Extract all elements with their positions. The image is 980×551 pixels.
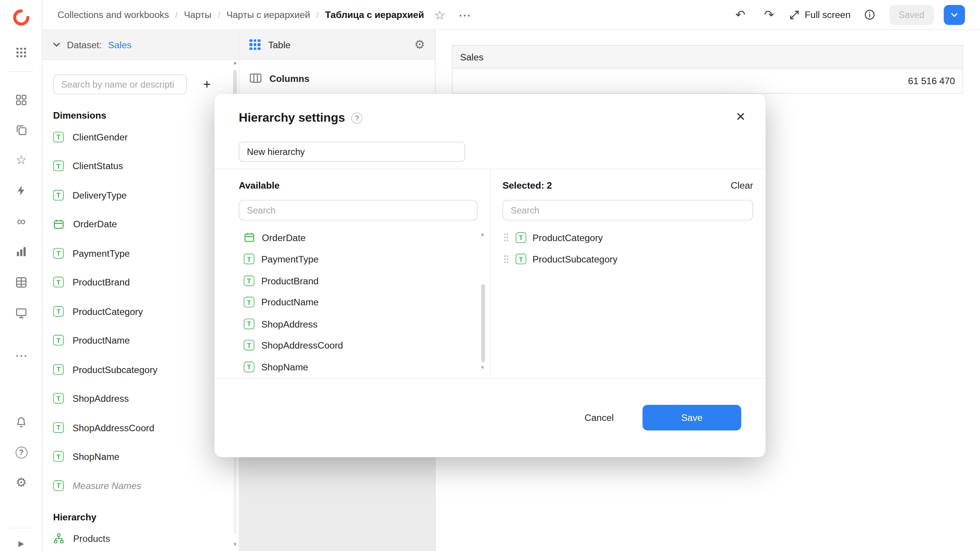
bell-glyph bbox=[15, 416, 28, 429]
field-item[interactable]: ShopAddress bbox=[42, 384, 239, 413]
undo-icon[interactable]: ↶ bbox=[731, 5, 750, 24]
field-label: ProductName bbox=[261, 297, 318, 308]
full-screen-button[interactable]: Full screen bbox=[789, 9, 851, 20]
breadcrumb-charts[interactable]: Чарты bbox=[184, 9, 212, 20]
columns-section[interactable]: Columns bbox=[239, 60, 435, 97]
text-type-icon bbox=[244, 276, 255, 286]
scroll-down-arrow[interactable]: ▼ bbox=[232, 542, 237, 548]
dimensions-header: Dimensions bbox=[53, 110, 239, 121]
field-item[interactable]: ProductName bbox=[42, 326, 239, 355]
charts-icon[interactable] bbox=[10, 241, 33, 263]
info-icon[interactable] bbox=[861, 5, 879, 24]
drag-handle-icon[interactable] bbox=[503, 233, 509, 243]
preview-column-header: Sales bbox=[460, 52, 483, 62]
available-item[interactable]: ShopAddress bbox=[239, 313, 478, 334]
breadcrumb-separator: / bbox=[218, 10, 220, 20]
save-button[interactable]: Save bbox=[642, 405, 741, 430]
field-label: ProductBrand bbox=[261, 276, 318, 286]
hierarchy-settings-dialog: Hierarchy settings ? × Available OrderDa… bbox=[214, 94, 766, 457]
datalens-logo[interactable] bbox=[10, 6, 33, 29]
field-item[interactable]: ShopName bbox=[42, 442, 239, 471]
infinity-icon[interactable]: ∞ bbox=[10, 210, 33, 233]
settings-gear-icon[interactable]: ⚙ bbox=[10, 471, 33, 494]
cancel-button[interactable]: Cancel bbox=[568, 405, 630, 430]
list-scroll-up-arrow[interactable]: ▲ bbox=[480, 231, 485, 237]
available-item[interactable]: ShopAddressCoord bbox=[239, 334, 478, 356]
breadcrumb-separator: / bbox=[317, 10, 319, 20]
breadcrumb-collections[interactable]: Collections and workbooks bbox=[57, 9, 169, 20]
favorites-star-icon[interactable]: ☆ bbox=[10, 149, 33, 171]
hierarchy-item[interactable]: Products bbox=[42, 524, 239, 551]
field-item[interactable]: PaymentType bbox=[42, 239, 239, 268]
field-item[interactable]: ClientGender bbox=[42, 122, 239, 152]
text-type-icon bbox=[516, 232, 526, 243]
help-icon[interactable]: ? bbox=[10, 441, 33, 464]
clear-button[interactable]: Clear bbox=[731, 179, 753, 190]
expand-icon bbox=[789, 9, 800, 20]
help-question-icon[interactable]: ? bbox=[351, 112, 363, 123]
workbooks-icon[interactable] bbox=[10, 119, 33, 141]
saved-button[interactable]: Saved bbox=[889, 5, 934, 24]
text-type-icon bbox=[53, 248, 64, 259]
selected-search-input[interactable] bbox=[503, 200, 753, 220]
chart-settings-gear-icon[interactable]: ⚙ bbox=[414, 37, 425, 52]
field-item[interactable]: ProductCategory bbox=[42, 297, 239, 326]
close-icon[interactable]: × bbox=[732, 108, 750, 125]
monitoring-icon[interactable] bbox=[10, 302, 33, 324]
field-label: OrderDate bbox=[262, 232, 305, 243]
chart-type-header: Table ⚙ bbox=[239, 30, 435, 60]
field-item[interactable]: OrderDate bbox=[42, 210, 239, 239]
list-scroll-down-arrow[interactable]: ▼ bbox=[480, 365, 485, 370]
available-header: Available bbox=[239, 179, 478, 191]
chart-type-label[interactable]: Table bbox=[268, 39, 291, 50]
field-search-input[interactable] bbox=[53, 74, 187, 94]
field-label: ShopAddressCoord bbox=[72, 422, 154, 433]
save-dropdown-button[interactable] bbox=[944, 5, 965, 24]
field-item[interactable]: DeliveryType bbox=[42, 181, 239, 210]
preview-table-value-row: 61 516 470 bbox=[452, 69, 963, 94]
list-scrollbar-thumb[interactable] bbox=[481, 284, 485, 362]
available-search-input[interactable] bbox=[239, 200, 478, 220]
dialog-title: Hierarchy settings bbox=[239, 111, 345, 125]
more-actions-icon[interactable]: ⋯ bbox=[455, 5, 474, 24]
available-item[interactable]: ProductName bbox=[239, 292, 478, 313]
editor-lightning-icon[interactable] bbox=[10, 179, 33, 202]
field-label: ClientGender bbox=[72, 132, 127, 142]
preview-table: Sales 61 516 470 bbox=[452, 45, 963, 94]
dataset-name-link[interactable]: Sales bbox=[108, 39, 131, 50]
expand-rail-icon[interactable]: ▶ bbox=[10, 532, 33, 551]
selected-item[interactable]: ProductCategory bbox=[503, 227, 753, 248]
datasets-table-icon[interactable] bbox=[10, 271, 33, 294]
scroll-up-arrow[interactable]: ▲ bbox=[232, 60, 237, 66]
breadcrumb-separator: / bbox=[175, 10, 178, 20]
redo-icon[interactable]: ↷ bbox=[760, 5, 779, 24]
apps-grid-icon[interactable] bbox=[10, 41, 33, 64]
field-item[interactable]: ShopAddressCoord bbox=[42, 413, 239, 442]
chevron-down-icon[interactable] bbox=[52, 41, 60, 49]
drag-handle-icon[interactable] bbox=[503, 254, 509, 264]
dialog-title-row: Hierarchy settings ? bbox=[239, 111, 363, 125]
text-type-icon bbox=[53, 451, 64, 462]
favorite-star-icon[interactable]: ☆ bbox=[430, 5, 449, 24]
dataset-header: Dataset: Sales bbox=[42, 30, 239, 60]
bar-chart-glyph bbox=[15, 246, 28, 258]
field-item-measure-names[interactable]: Measure Names bbox=[42, 471, 239, 500]
notifications-bell-icon[interactable] bbox=[10, 411, 33, 434]
field-label: ShopAddressCoord bbox=[261, 340, 343, 351]
breadcrumb-folder[interactable]: Чарты с иерархией bbox=[226, 9, 310, 20]
available-item[interactable]: PaymentType bbox=[239, 248, 478, 270]
dashboards-icon[interactable] bbox=[10, 89, 33, 111]
available-item[interactable]: ProductBrand bbox=[239, 270, 478, 291]
available-item[interactable]: OrderDate bbox=[239, 227, 478, 248]
available-item[interactable]: ShopName bbox=[239, 356, 478, 378]
field-item[interactable]: ProductBrand bbox=[42, 268, 239, 297]
add-field-button[interactable]: + bbox=[197, 74, 217, 94]
rail-more-icon[interactable]: ⋯ bbox=[10, 344, 33, 367]
breadcrumb-current-chart: Таблица с иерархией bbox=[325, 9, 424, 20]
hierarchy-name-input[interactable] bbox=[239, 142, 465, 162]
four-squares-glyph bbox=[15, 94, 28, 106]
field-label: ShopName bbox=[261, 362, 308, 372]
field-item[interactable]: ProductSubcategory bbox=[42, 355, 239, 384]
field-item[interactable]: ClientStatus bbox=[42, 152, 239, 181]
selected-item[interactable]: ProductSubcategory bbox=[503, 248, 753, 270]
